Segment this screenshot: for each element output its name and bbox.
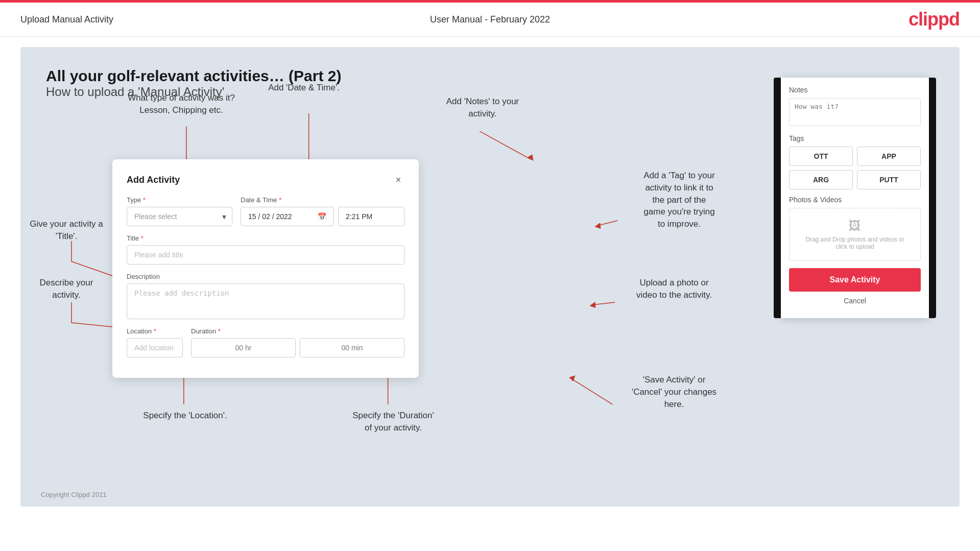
mobile-panel: Notes Tags OTT APP ARG PUTT Photos & Vid… (781, 78, 929, 318)
duration-required: * (218, 327, 221, 335)
copyright: Copyright Clippd 2021 (41, 491, 107, 498)
save-activity-button[interactable]: Save Activity (789, 268, 921, 292)
tags-label: Tags (789, 134, 921, 142)
photos-drop-text: Drag and Drop photos and videos or click… (805, 236, 904, 250)
location-group: Location * (127, 327, 183, 357)
tags-grid: OTT APP ARG PUTT (789, 147, 921, 189)
annotation-duration: Specify the 'Duration' of your activity. (327, 410, 460, 434)
type-label: Type * (127, 196, 232, 204)
duration-inputs (191, 338, 404, 357)
page-subtitle: User Manual - February 2022 (430, 14, 550, 25)
svg-marker-20 (594, 223, 601, 229)
location-required: * (154, 327, 156, 335)
page-title: Upload Manual Activity (20, 14, 113, 25)
photos-dropzone[interactable]: 🖼 Drag and Drop photos and videos or cli… (789, 208, 921, 261)
logo: clippd (909, 9, 960, 30)
tag-ott[interactable]: OTT (789, 147, 853, 166)
annotation-save-cancel: 'Save Activity' or 'Cancel' your changes… (608, 374, 740, 410)
svg-marker-18 (527, 154, 533, 161)
annotation-description: Describe your activity. (26, 277, 107, 301)
description-label: Description (127, 273, 404, 280)
annotation-notes: Add 'Notes' to your activity. (429, 95, 536, 120)
main-content: All your golf-relevant activities… (Part… (20, 47, 960, 507)
modal-title: Add Activity (127, 175, 180, 185)
annotation-title: Give your activity a 'Title'. (26, 218, 107, 243)
type-group: Type * Please select (127, 196, 232, 226)
svg-line-21 (592, 302, 615, 305)
date-field[interactable] (248, 212, 315, 221)
description-textarea[interactable] (127, 283, 404, 319)
close-button[interactable]: × (392, 174, 404, 186)
title-group: Title * (127, 234, 404, 265)
cancel-link[interactable]: Cancel (789, 297, 921, 310)
type-required: * (143, 196, 146, 204)
top-bar: Upload Manual Activity User Manual - Feb… (0, 3, 980, 37)
notes-textarea[interactable] (789, 98, 921, 126)
add-activity-modal: Add Activity × Type * Please select Date… (112, 159, 419, 378)
type-select-wrapper: Please select (127, 207, 232, 226)
annotation-photo: Upload a photo or video to the activity. (615, 277, 733, 301)
annotation-activity-type: What type of activity was it? Lesson, Ch… (123, 92, 240, 116)
calendar-icon[interactable]: 📅 (318, 212, 326, 221)
type-select[interactable]: Please select (127, 207, 232, 226)
title-label: Title * (127, 234, 404, 242)
description-group: Description (127, 273, 404, 319)
annotation-location: Specify the 'Location'. (135, 410, 235, 422)
datetime-group: Date & Time * 📅 (241, 196, 404, 226)
tag-app[interactable]: APP (857, 147, 921, 166)
annotation-date-time: Add 'Date & Time'. (253, 82, 355, 94)
mobile-side-right (929, 78, 936, 318)
svg-marker-24 (569, 375, 575, 381)
photo-icon: 🖼 (800, 219, 910, 233)
date-time-group: 📅 (241, 207, 404, 226)
duration-label: Duration * (191, 327, 404, 335)
form-row-type-date: Type * Please select Date & Time * 📅 (127, 196, 404, 226)
duration-group: Duration * (191, 327, 404, 357)
datetime-label: Date & Time * (241, 196, 404, 204)
mobile-panel-inner: Notes Tags OTT APP ARG PUTT Photos & Vid… (781, 78, 929, 318)
location-label: Location * (127, 327, 183, 335)
svg-line-17 (480, 131, 531, 159)
tag-arg[interactable]: ARG (789, 170, 853, 189)
svg-marker-22 (589, 302, 595, 308)
datetime-required: * (279, 196, 281, 204)
svg-line-23 (571, 379, 612, 404)
title-input[interactable] (127, 245, 404, 265)
photos-label: Photos & Videos (789, 196, 921, 204)
location-input[interactable] (127, 338, 183, 357)
notes-label: Notes (789, 86, 921, 94)
date-input-wrapper: 📅 (241, 207, 334, 226)
mobile-side-left (774, 78, 781, 318)
tag-putt[interactable]: PUTT (857, 170, 921, 189)
form-row-location-duration: Location * Duration * (127, 327, 404, 357)
annotation-tag: Add a 'Tag' to your activity to link it … (618, 170, 740, 230)
svg-line-19 (597, 221, 617, 226)
title-required: * (141, 234, 144, 242)
modal-header: Add Activity × (127, 174, 404, 186)
duration-min-input[interactable] (300, 338, 404, 357)
time-field[interactable] (338, 207, 404, 226)
duration-hr-input[interactable] (191, 338, 296, 357)
